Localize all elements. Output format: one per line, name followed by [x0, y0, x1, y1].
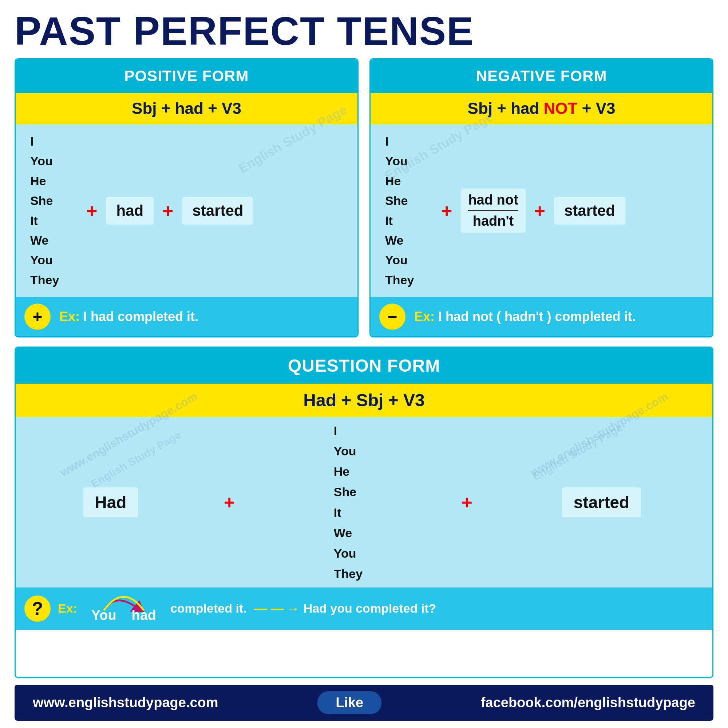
watermark-q3: English Study Page — [89, 428, 184, 490]
positive-plus2: + — [162, 200, 173, 222]
negative-started: started — [554, 197, 626, 225]
question-arrow-text: Had you completed it? — [304, 601, 436, 616]
negative-formula-part1: Sbj + had — [468, 99, 544, 117]
question-form-box: QUESTION FORM Had + Sbj + V3 www.english… — [15, 347, 713, 678]
question-header: QUESTION FORM — [16, 348, 712, 384]
question-example-bar: ? Ex: — [16, 587, 712, 630]
negative-plus1: + — [441, 200, 452, 222]
negative-divider — [468, 210, 518, 211]
negative-hadnt: hadn't — [473, 213, 514, 229]
positive-started: started — [182, 197, 253, 225]
question-plus2-col: + — [444, 491, 491, 513]
question-example-text: Ex: — [58, 594, 436, 623]
negative-example-text: Ex: I had not ( hadn't ) completed it. — [414, 309, 636, 324]
positive-badge: + — [24, 304, 50, 330]
question-started-col: started — [491, 487, 712, 517]
question-had: Had — [83, 487, 138, 517]
page-title: PAST PERFECT TENSE — [15, 11, 713, 51]
you-had-labels: You had — [84, 607, 164, 623]
question-ex-label: Ex: — [58, 601, 77, 616]
arrow-right: → — [287, 601, 300, 616]
positive-pronouns: IYouHeSheItWeYouThey — [19, 132, 78, 290]
negative-badge: − — [379, 304, 405, 330]
dashed-arrow: — — → — [254, 601, 300, 616]
negative-form-box: NEGATIVE FORM Sbj + had NOT + V3 English… — [369, 58, 713, 337]
watermark-q4: English Study Page — [531, 421, 626, 483]
negative-hadnot: had not — [468, 192, 518, 208]
footer-facebook: facebook.com/englishstudypage — [481, 695, 695, 711]
question-started: started — [562, 487, 641, 517]
positive-had: had — [106, 197, 154, 225]
question-formula: Had + Sbj + V3 — [16, 384, 712, 417]
negative-example-bar: − Ex: I had not ( hadn't ) completed it. — [370, 297, 712, 336]
page-wrapper: PAST PERFECT TENSE POSITIVE FORM Sbj + h… — [0, 0, 728, 728]
positive-content: English Study Page IYouHeSheItWeYouThey … — [16, 124, 358, 297]
negative-formula-not: NOT — [544, 99, 578, 117]
you-word: You — [91, 607, 116, 623]
negative-formula: Sbj + had NOT + V3 — [370, 93, 712, 124]
question-pronouns: IYouHeSheItWeYouThey — [334, 421, 362, 584]
question-pronouns-col: IYouHeSheItWeYouThey — [253, 421, 444, 584]
question-plus1: + — [224, 491, 235, 513]
question-plus2: + — [462, 491, 473, 513]
negative-ex-label: Ex: — [414, 309, 434, 324]
negative-formula-part2: + V3 — [577, 99, 615, 117]
positive-form-box: POSITIVE FORM Sbj + had + V3 English Stu… — [15, 58, 359, 337]
dash1: — — — [254, 601, 284, 616]
question-plus1-col: + — [206, 491, 253, 513]
negative-header: NEGATIVE FORM — [370, 59, 712, 93]
arrow-diagram: You had — [84, 594, 164, 623]
positive-formula: Sbj + had + V3 — [16, 93, 358, 124]
top-row: POSITIVE FORM Sbj + had + V3 English Stu… — [15, 58, 713, 337]
question-badge: ? — [24, 595, 50, 622]
had-word: had — [132, 607, 156, 623]
negative-ex-sentence: I had not ( hadn't ) completed it. — [438, 309, 636, 324]
negative-content: English Study Page IYouHeSheItWeYouThey … — [370, 124, 712, 297]
question-had-col: Had — [16, 487, 206, 517]
positive-ex-label: Ex: — [59, 309, 80, 324]
negative-plus2: + — [534, 200, 545, 222]
negative-hadnot-cell: had not hadn't — [461, 188, 525, 232]
like-button[interactable]: Like — [317, 691, 381, 714]
question-content: www.englishstudypage.com www.englishstud… — [16, 417, 712, 587]
positive-header: POSITIVE FORM — [16, 59, 358, 93]
question-middle-text: completed it. — [170, 601, 247, 616]
negative-pronouns: IYouHeSheItWeYouThey — [374, 132, 433, 290]
footer-bar: www.englishstudypage.com Like facebook.c… — [15, 685, 713, 721]
positive-ex-sentence: I had completed it. — [83, 309, 198, 324]
positive-plus1: + — [86, 200, 97, 222]
positive-example-bar: + Ex: I had completed it. — [16, 297, 358, 336]
positive-example-text: Ex: I had completed it. — [59, 309, 198, 324]
footer-url: www.englishstudypage.com — [33, 695, 219, 711]
